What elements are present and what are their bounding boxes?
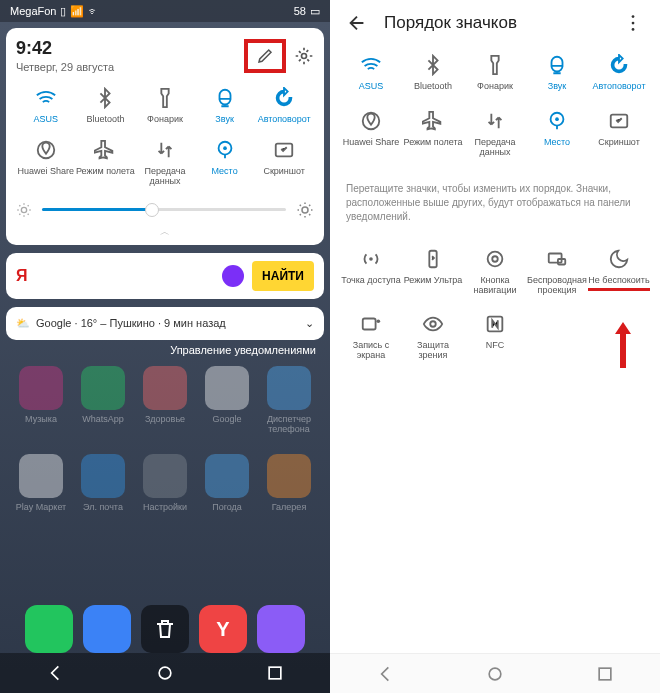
qs-nfc[interactable]: NFC bbox=[464, 313, 526, 361]
app-Диспетчер телефона[interactable]: Диспетчер телефона bbox=[258, 366, 320, 434]
app-label: Погода bbox=[212, 502, 242, 512]
hotspot-icon bbox=[360, 248, 382, 270]
sound-icon bbox=[214, 87, 236, 109]
app-icon bbox=[143, 366, 187, 410]
dock-phone[interactable] bbox=[25, 605, 73, 653]
pencil-icon[interactable] bbox=[256, 47, 274, 65]
nav-back-button[interactable] bbox=[45, 663, 65, 683]
app-Настройки[interactable]: Настройки bbox=[134, 454, 196, 512]
chevron-up-icon[interactable]: ︿ bbox=[16, 225, 314, 239]
nav-back-button[interactable] bbox=[375, 664, 395, 684]
qs-label: Huawei Share bbox=[18, 167, 75, 177]
volte-icon: ▯ bbox=[60, 5, 66, 18]
wireless-proj-icon bbox=[546, 248, 568, 270]
app-Google[interactable]: Google bbox=[196, 366, 258, 434]
more-button[interactable] bbox=[622, 12, 644, 34]
nav-home-button[interactable] bbox=[155, 663, 175, 683]
autorotate-icon bbox=[273, 87, 295, 109]
app-WhatsApp[interactable]: WhatsApp bbox=[72, 366, 134, 434]
app-Здоровье[interactable]: Здоровье bbox=[134, 366, 196, 434]
app-icon bbox=[267, 454, 311, 498]
notification-mgmt-link[interactable]: Управление уведомлениями bbox=[0, 340, 330, 356]
qs-label: Режим полета bbox=[404, 138, 463, 148]
nav-recent-button[interactable] bbox=[595, 664, 615, 684]
dock: Y bbox=[0, 605, 330, 653]
trash-slot[interactable] bbox=[141, 605, 189, 653]
weather-card[interactable]: ⛅ Google · 16° – Пушкино · 9 мин назад ⌄ bbox=[6, 307, 324, 340]
alice-icon[interactable] bbox=[222, 265, 244, 287]
qs-label: Автоповорот bbox=[592, 82, 645, 92]
app-label: Google bbox=[212, 414, 241, 424]
qs-screen-rec[interactable]: Запись с экрана bbox=[340, 313, 402, 361]
gear-icon[interactable] bbox=[294, 46, 314, 66]
qs-data[interactable]: Передача данных bbox=[464, 110, 526, 158]
nav-home-button[interactable] bbox=[485, 664, 505, 684]
app-icon bbox=[19, 454, 63, 498]
app-Погода[interactable]: Погода bbox=[196, 454, 258, 512]
yandex-search-card[interactable]: Я НАЙТИ bbox=[6, 253, 324, 299]
qs-label: Место bbox=[544, 138, 570, 148]
wifi-status-icon: ᯤ bbox=[88, 5, 99, 17]
qs-label: ASUS bbox=[34, 115, 59, 125]
quick-settings-grid: ASUSBluetoothФонарикЗвукАвтоповоротHuawe… bbox=[16, 87, 314, 187]
flashlight-icon bbox=[154, 87, 176, 109]
nav-button-icon bbox=[484, 248, 506, 270]
clock-time: 9:42 bbox=[16, 38, 114, 59]
qs-bluetooth[interactable]: Bluetooth bbox=[402, 54, 464, 92]
qs-screenshot[interactable]: Скриншот bbox=[588, 110, 650, 158]
qs-label: Защита зрения bbox=[402, 341, 464, 361]
wifi-icon bbox=[360, 54, 382, 76]
page-title: Порядок значков bbox=[384, 13, 606, 33]
qs-data[interactable]: Передача данных bbox=[135, 139, 195, 187]
qs-eye-protect[interactable]: Защита зрения bbox=[402, 313, 464, 361]
qs-huawei-share[interactable]: Huawei Share bbox=[340, 110, 402, 158]
qs-hotspot[interactable]: Точка доступа bbox=[340, 248, 402, 296]
autorotate-icon bbox=[608, 54, 630, 76]
sound-icon bbox=[546, 54, 568, 76]
qs-huawei-share[interactable]: Huawei Share bbox=[16, 139, 76, 187]
qs-location[interactable]: Место bbox=[195, 139, 255, 187]
dnd-icon bbox=[608, 248, 630, 270]
dock-camera[interactable] bbox=[257, 605, 305, 653]
qs-dnd[interactable]: Не беспокоить bbox=[588, 248, 650, 296]
app-icon bbox=[19, 366, 63, 410]
app-Эл. почта[interactable]: Эл. почта bbox=[72, 454, 134, 512]
app-Play Маркет[interactable]: Play Маркет bbox=[10, 454, 72, 512]
weather-icon: ⛅ bbox=[16, 317, 30, 330]
qs-screenshot[interactable]: Скриншот bbox=[254, 139, 314, 187]
qs-label: Передача данных bbox=[135, 167, 195, 187]
app-icon bbox=[81, 454, 125, 498]
find-button[interactable]: НАЙТИ bbox=[252, 261, 314, 291]
airplane-icon bbox=[422, 110, 444, 132]
qs-wifi[interactable]: ASUS bbox=[340, 54, 402, 92]
nav-bar bbox=[0, 653, 330, 693]
qs-flashlight[interactable]: Фонарик bbox=[135, 87, 195, 125]
brightness-slider[interactable] bbox=[42, 208, 286, 211]
back-button[interactable] bbox=[346, 12, 368, 34]
ultra-icon bbox=[422, 248, 444, 270]
qs-sound[interactable]: Звук bbox=[526, 54, 588, 92]
qs-label: Передача данных bbox=[464, 138, 526, 158]
qs-ultra[interactable]: Режим Ультра bbox=[402, 248, 464, 296]
app-Музыка[interactable]: Музыка bbox=[10, 366, 72, 434]
nav-recent-button[interactable] bbox=[265, 663, 285, 683]
qs-autorotate[interactable]: Автоповорот bbox=[588, 54, 650, 92]
location-icon bbox=[214, 139, 236, 161]
qs-wireless-proj[interactable]: Беспроводная проекция bbox=[526, 248, 588, 296]
qs-nav-button[interactable]: Кнопка навигации bbox=[464, 248, 526, 296]
carrier-label: MegaFon bbox=[10, 5, 56, 17]
qs-autorotate[interactable]: Автоповорот bbox=[254, 87, 314, 125]
dock-contacts[interactable] bbox=[83, 605, 131, 653]
qs-bluetooth[interactable]: Bluetooth bbox=[76, 87, 136, 125]
dock-browser[interactable]: Y bbox=[199, 605, 247, 653]
qs-flashlight[interactable]: Фонарик bbox=[464, 54, 526, 92]
home-app-grid: МузыкаWhatsAppЗдоровьеGoogleДиспетчер те… bbox=[0, 356, 330, 512]
qs-airplane[interactable]: Режим полета bbox=[76, 139, 136, 187]
qs-location[interactable]: Место bbox=[526, 110, 588, 158]
app-Галерея[interactable]: Галерея bbox=[258, 454, 320, 512]
qs-label: Точка доступа bbox=[341, 276, 400, 286]
qs-wifi[interactable]: ASUS bbox=[16, 87, 76, 125]
qs-label: NFC bbox=[486, 341, 505, 351]
qs-sound[interactable]: Звук bbox=[195, 87, 255, 125]
qs-airplane[interactable]: Режим полета bbox=[402, 110, 464, 158]
